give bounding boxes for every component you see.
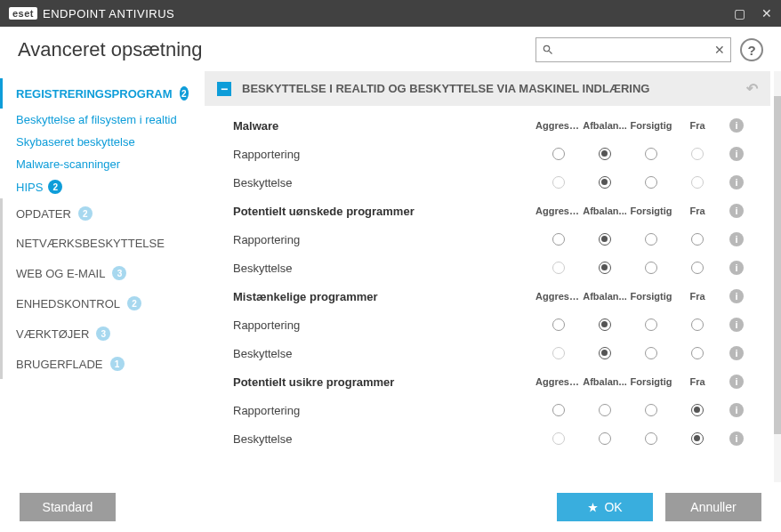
sidebar-item-4[interactable]: ENHEDSKONTROL2	[0, 288, 205, 318]
radio-option-0[interactable]	[552, 404, 565, 416]
radio-option-1[interactable]	[599, 262, 611, 274]
info-icon[interactable]: i	[729, 403, 744, 417]
scrollbar-thumb[interactable]	[774, 96, 781, 434]
radio-option-3[interactable]	[691, 318, 704, 331]
column-header: Afbalan...	[582, 291, 628, 302]
info-icon[interactable]: i	[729, 147, 744, 161]
sidebar-item-label: BRUGERFLADE	[16, 358, 103, 371]
radio-option-0	[552, 347, 565, 359]
settings-row: Beskyttelsei	[205, 339, 770, 367]
sidebar-item-0[interactable]: REGISTRERINGSPROGRAM2	[0, 78, 205, 109]
info-icon[interactable]: i	[729, 346, 744, 360]
info-icon[interactable]: i	[729, 261, 744, 275]
search-box[interactable]: ✕	[535, 37, 731, 62]
group-header: Mistænkelige programmerAggressivAfbalan.…	[205, 282, 770, 310]
radio-option-2[interactable]	[645, 432, 657, 445]
radio-option-2[interactable]	[645, 347, 657, 359]
collapse-icon[interactable]: −	[217, 82, 231, 96]
sidebar-subitem-0-1[interactable]: Skybaseret beskyttelse	[0, 131, 205, 153]
sidebar-subitem-0-3[interactable]: HIPS2	[0, 175, 205, 198]
info-icon[interactable]: i	[729, 431, 744, 446]
radio-option-3	[691, 148, 704, 160]
radio-option-3[interactable]	[691, 432, 704, 445]
column-header: Fra	[674, 291, 721, 302]
row-label: Beskyttelse	[233, 176, 535, 189]
radio-option-2[interactable]	[645, 318, 657, 331]
row-label: Rapportering	[233, 404, 535, 417]
header: Avanceret opsætning ✕ ?	[0, 27, 781, 71]
radio-option-2[interactable]	[645, 233, 657, 246]
column-header: Fra	[674, 376, 721, 387]
row-label: Beskyttelse	[233, 432, 535, 446]
row-label: Rapportering	[233, 148, 535, 161]
radio-option-1[interactable]	[599, 432, 611, 445]
radio-option-3[interactable]	[691, 233, 704, 246]
radio-option-2[interactable]	[645, 176, 657, 189]
column-header: Aggressiv	[535, 376, 582, 387]
settings-row: Beskyttelsei	[205, 254, 770, 282]
sidebar-item-1[interactable]: OPDATER2	[0, 198, 205, 229]
search-clear-icon[interactable]: ✕	[714, 43, 725, 57]
search-icon	[542, 44, 554, 56]
radio-option-3[interactable]	[691, 404, 704, 416]
radio-option-2[interactable]	[645, 148, 657, 160]
badge: 1	[110, 357, 125, 371]
settings-row: Rapporteringi	[205, 140, 770, 168]
info-icon[interactable]: i	[729, 318, 744, 332]
group-header: MalwareAggressivAfbalan...ForsigtigFrai	[205, 111, 770, 140]
search-input[interactable]	[554, 44, 714, 57]
info-icon[interactable]: i	[729, 204, 744, 218]
settings-row: Beskyttelsei	[205, 168, 770, 197]
row-label: Beskyttelse	[233, 262, 535, 275]
column-header: Forsigtig	[628, 291, 674, 302]
info-icon[interactable]: i	[729, 232, 744, 246]
sidebar-subitem-0-0[interactable]: Beskyttelse af filsystem i realtid	[0, 109, 205, 131]
info-icon[interactable]: i	[729, 175, 744, 189]
radio-option-0[interactable]	[552, 233, 565, 246]
settings-row: Rapporteringi	[205, 310, 770, 339]
ok-button[interactable]: OK	[557, 493, 653, 521]
badge: 2	[48, 180, 62, 194]
sidebar-subitem-0-2[interactable]: Malware-scanninger	[0, 153, 205, 175]
cancel-button[interactable]: Annuller	[665, 493, 761, 521]
badge: 3	[96, 326, 110, 341]
info-icon[interactable]: i	[729, 289, 744, 303]
radio-option-1[interactable]	[599, 233, 611, 246]
row-label: Rapportering	[233, 233, 535, 246]
radio-option-1[interactable]	[599, 148, 611, 160]
brand-logo: eset	[9, 7, 37, 20]
column-header: Aggressiv	[535, 206, 582, 216]
group-title: Potentielt usikre programmer	[233, 375, 535, 389]
titlebar: eset ENDPOINT ANTIVIRUS ▢ ✕	[0, 0, 781, 27]
window-maximize-icon[interactable]: ▢	[734, 6, 745, 20]
radio-option-0[interactable]	[552, 148, 565, 160]
radio-option-2[interactable]	[645, 404, 657, 416]
column-header: Afbalan...	[582, 120, 628, 131]
radio-option-0[interactable]	[552, 318, 565, 331]
radio-option-0	[552, 262, 565, 274]
radio-option-1[interactable]	[599, 347, 611, 359]
help-button[interactable]: ?	[740, 38, 763, 61]
main-content: − BESKYTTELSE I REALTID OG BESKYTTELSE V…	[205, 71, 774, 514]
sidebar-subitem-label: HIPS	[16, 181, 43, 194]
radio-option-1[interactable]	[599, 318, 611, 331]
sidebar-item-3[interactable]: WEB OG E-MAIL3	[0, 258, 205, 288]
sidebar-item-2[interactable]: NETVÆRKSBESKYTTELSE	[0, 229, 205, 258]
group-title: Mistænkelige programmer	[233, 290, 535, 303]
revert-icon[interactable]: ↶	[746, 80, 758, 97]
default-button[interactable]: Standard	[20, 493, 116, 521]
scrollbar[interactable]	[774, 71, 781, 514]
radio-option-1[interactable]	[599, 404, 611, 416]
window-close-icon[interactable]: ✕	[761, 6, 772, 20]
radio-option-3[interactable]	[691, 262, 704, 274]
radio-option-2[interactable]	[645, 262, 657, 274]
radio-option-3[interactable]	[691, 347, 704, 359]
sidebar-item-6[interactable]: BRUGERFLADE1	[0, 349, 205, 379]
info-icon[interactable]: i	[729, 118, 744, 133]
badge: 2	[78, 206, 93, 221]
sidebar-item-label: WEB OG E-MAIL	[16, 267, 105, 280]
radio-option-1[interactable]	[599, 176, 611, 189]
sidebar-item-5[interactable]: VÆRKTØJER3	[0, 318, 205, 349]
group-header: Potentielt usikre programmerAggressivAfb…	[205, 367, 770, 396]
info-icon[interactable]: i	[729, 375, 744, 389]
